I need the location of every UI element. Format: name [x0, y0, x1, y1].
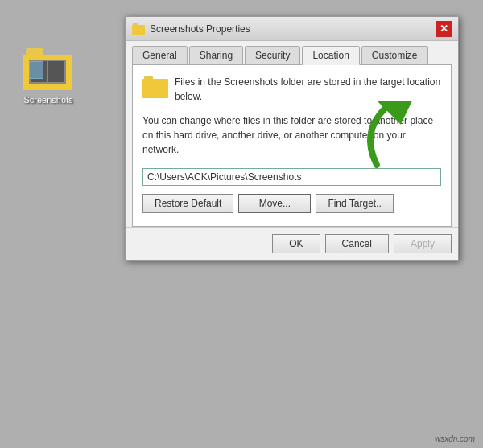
restore-default-button[interactable]: Restore Default: [142, 194, 233, 213]
watermark: wsxdn.com: [435, 434, 475, 443]
tab-location[interactable]: Location: [302, 46, 359, 65]
find-target-button[interactable]: Find Target..: [316, 194, 393, 213]
tab-general[interactable]: General: [132, 46, 188, 64]
action-buttons-row: Restore Default Move... Find Target..: [142, 194, 441, 213]
cancel-button[interactable]: Cancel: [325, 234, 389, 253]
dialog-title: Screenshots Properties: [150, 23, 250, 35]
close-button[interactable]: ✕: [436, 21, 452, 37]
info-text: Files in the Screenshots folder are stor…: [175, 75, 441, 104]
tab-sharing[interactable]: Sharing: [189, 46, 243, 64]
info-box: Files in the Screenshots folder are stor…: [142, 75, 441, 104]
apply-button[interactable]: Apply: [394, 234, 452, 253]
tab-customize[interactable]: Customize: [361, 46, 428, 64]
dialog-footer: OK Cancel Apply: [126, 227, 458, 260]
info-folder-icon: [142, 76, 168, 104]
title-folder-icon: [132, 23, 145, 35]
tab-security[interactable]: Security: [245, 46, 300, 64]
green-arrow-annotation: [353, 101, 417, 175]
title-left: Screenshots Properties: [132, 23, 250, 35]
ok-button[interactable]: OK: [272, 234, 320, 253]
properties-dialog: Screenshots Properties ✕ General Sharing…: [125, 16, 459, 261]
desktop-icon-label: Screenshots: [23, 95, 72, 105]
titlebar: Screenshots Properties ✕: [126, 17, 458, 41]
folder-icon: [23, 48, 74, 92]
move-button[interactable]: Move...: [238, 194, 311, 213]
tabs-bar: General Sharing Security Location Custom…: [126, 41, 458, 64]
desktop-icon-screenshots[interactable]: Screenshots: [23, 48, 74, 105]
